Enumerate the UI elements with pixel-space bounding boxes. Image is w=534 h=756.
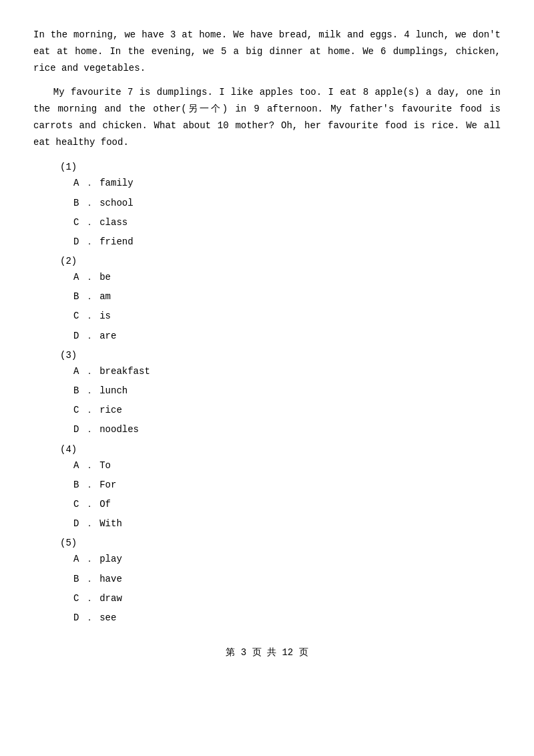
option-5-d[interactable]: D ． see [73,610,501,626]
question-group-3: (3)A ． breakfastB ． lunchC ． riceD ． noo… [33,350,501,439]
option-1-d[interactable]: D ． friend [73,234,501,250]
question-number-3: (3) [60,350,501,361]
question-number-5: (5) [60,538,501,548]
passage: In the morning, we have 3 at home. We ha… [33,27,501,151]
option-2-a[interactable]: A ． be [73,269,501,286]
question-number-1: (1) [60,162,501,172]
option-3-b[interactable]: B ． lunch [73,383,501,399]
option-3-d[interactable]: D ． noodles [73,421,501,438]
option-2-b[interactable]: B ． am [73,289,501,305]
question-group-4: (4)A ． ToB ． ForC ． OfD ． With [33,444,501,533]
passage-para2: My favourite 7 is dumplings. I like appl… [33,84,501,152]
question-number-2: (2) [60,256,501,266]
option-1-c[interactable]: C ． class [73,214,501,231]
option-1-a[interactable]: A ． family [73,175,501,192]
questions-section: (1)A ． familyB ． schoolC ． classD ． frie… [33,162,501,626]
option-2-d[interactable]: D ． are [73,328,501,345]
option-2-c[interactable]: C ． is [73,308,501,325]
option-3-a[interactable]: A ． breakfast [73,363,501,380]
option-4-d[interactable]: D ． With [73,516,501,532]
option-5-a[interactable]: A ． play [73,551,501,568]
option-5-c[interactable]: C ． draw [73,590,501,607]
option-4-c[interactable]: C ． Of [73,496,501,513]
option-3-c[interactable]: C ． rice [73,402,501,419]
question-group-2: (2)A ． beB ． amC ． isD ． are [33,256,501,345]
question-number-4: (4) [60,444,501,455]
page-footer: 第 3 页 共 12 页 [33,646,501,658]
page-number: 第 3 页 共 12 页 [226,647,308,658]
question-group-5: (5)A ． playB ． haveC ． drawD ． see [33,538,501,626]
option-4-a[interactable]: A ． To [73,457,501,474]
option-4-b[interactable]: B ． For [73,477,501,494]
passage-para1: In the morning, we have 3 at home. We ha… [33,27,501,77]
question-group-1: (1)A ． familyB ． schoolC ． classD ． frie… [33,162,501,250]
option-5-b[interactable]: B ． have [73,571,501,588]
option-1-b[interactable]: B ． school [73,195,501,212]
